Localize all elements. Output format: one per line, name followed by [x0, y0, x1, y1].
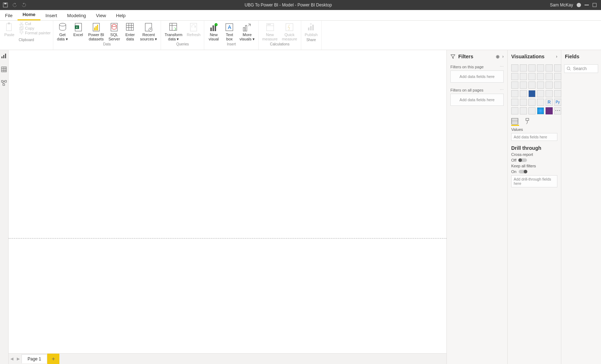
viz-decomposition-icon[interactable]	[520, 107, 527, 114]
svg-rect-38	[243, 28, 245, 31]
viz-stacked-bar-icon[interactable]	[511, 64, 518, 72]
save-icon[interactable]	[3, 3, 8, 8]
svg-rect-58	[3, 84, 5, 85]
viz-stacked-column-icon[interactable]	[520, 64, 527, 72]
viz-area-icon[interactable]	[520, 73, 527, 80]
viz-r-icon[interactable]: R	[546, 99, 553, 106]
viz-custom1-icon[interactable]	[537, 107, 544, 114]
viz-qa-icon[interactable]	[528, 107, 536, 114]
user-name[interactable]: Sam McKay	[550, 3, 573, 8]
menu-home[interactable]: Home	[18, 10, 40, 20]
fields-search[interactable]: Search	[564, 64, 598, 73]
canvas-wrap: ◀ ▶ Page 1 +	[9, 50, 446, 364]
publish-icon	[306, 22, 316, 32]
svg-rect-2	[593, 3, 596, 7]
viz-funnel-icon[interactable]	[520, 82, 527, 89]
fields-well-icon[interactable]	[511, 118, 519, 126]
viz-100-column-icon[interactable]	[554, 64, 561, 72]
viz-slicer-icon[interactable]	[520, 99, 527, 106]
minimize-icon[interactable]	[585, 5, 589, 5]
menu-view[interactable]: View	[91, 11, 111, 20]
viz-multi-card-icon[interactable]	[554, 90, 561, 97]
values-drop[interactable]: Add data fields here	[511, 133, 557, 141]
svg-point-65	[567, 67, 570, 70]
format-icon[interactable]	[524, 118, 532, 126]
canvas-divider	[9, 238, 446, 238]
sql-server-button[interactable]: SQLServer	[107, 21, 121, 42]
viz-py-icon[interactable]: Py	[554, 99, 561, 106]
page-prev-icon[interactable]: ◀	[9, 356, 15, 361]
viz-gauge-icon[interactable]	[537, 90, 544, 97]
get-data-button[interactable]: Getdata ▾	[55, 21, 70, 42]
svg-rect-4	[8, 23, 10, 24]
viz-collapse-icon[interactable]: ›	[556, 54, 557, 59]
more-icon[interactable]: ⋯	[500, 64, 504, 69]
viz-clustered-column-icon[interactable]	[537, 64, 544, 72]
viz-more-icon[interactable]: ⋯	[554, 107, 561, 114]
viz-pie-icon[interactable]	[537, 82, 544, 89]
redo-icon[interactable]	[21, 3, 26, 8]
page-next-icon[interactable]: ▶	[15, 356, 21, 361]
text-box-button[interactable]: A Textbox	[222, 21, 236, 42]
viz-ribbon-icon[interactable]	[554, 73, 561, 80]
user-avatar-icon[interactable]	[577, 3, 581, 7]
svg-rect-9	[20, 31, 23, 33]
viz-treemap-icon[interactable]	[554, 82, 561, 89]
menu-help[interactable]: Help	[111, 11, 131, 20]
report-canvas[interactable]	[9, 50, 446, 353]
add-page-button[interactable]: +	[47, 354, 59, 364]
keep-filters-label: Keep all filters	[508, 163, 561, 169]
filters-on-page-label: Filters on this page	[450, 65, 484, 69]
viz-table-icon[interactable]	[528, 99, 536, 106]
viz-waterfall-icon[interactable]	[511, 82, 518, 89]
more-visuals-button[interactable]: Morevisuals ▾	[238, 21, 256, 42]
ribbon-group-insert: + Newvisual A Textbox Morevisuals ▾ Inse…	[204, 21, 259, 50]
viz-card-icon[interactable]	[546, 90, 553, 97]
svg-rect-3	[6, 24, 11, 31]
transform-data-button[interactable]: Transformdata ▾	[163, 21, 184, 42]
menu-file[interactable]: File	[0, 11, 18, 20]
pbi-datasets-button[interactable]: Power BIdatasets	[87, 21, 106, 42]
enter-data-button[interactable]: Enterdata	[123, 21, 137, 42]
viz-donut-icon[interactable]	[546, 82, 553, 89]
viz-shape-map-icon[interactable]	[528, 90, 536, 97]
filters-on-all-drop[interactable]: Add data fields here	[450, 94, 504, 106]
page-tab-1[interactable]: Page 1	[21, 354, 47, 363]
filter-icon	[450, 54, 455, 59]
menu-modeling[interactable]: Modeling	[62, 11, 91, 20]
undo-icon[interactable]	[12, 3, 17, 8]
ribbon-group-data: Getdata ▾ X Excel Power BIdatasets SQLSe…	[53, 21, 161, 50]
viz-line-clustered-column-icon[interactable]	[546, 73, 553, 80]
recent-sources-button[interactable]: Recentsources ▾	[139, 21, 159, 42]
model-view-icon[interactable]	[1, 80, 8, 87]
report-view-icon[interactable]	[1, 53, 8, 59]
svg-rect-31	[210, 28, 212, 31]
data-view-icon[interactable]	[1, 67, 8, 73]
keep-filters-toggle[interactable]	[519, 170, 527, 173]
viz-scatter-icon[interactable]	[528, 82, 536, 89]
filters-on-page-drop[interactable]: Add data fields here	[450, 70, 504, 83]
drill-fields-drop[interactable]: Add drill-through fields here	[511, 175, 557, 187]
viz-100-bar-icon[interactable]	[546, 64, 553, 72]
keep-filters-state: On	[511, 169, 517, 174]
viz-line-stacked-column-icon[interactable]	[537, 73, 544, 80]
viz-key-influencers-icon[interactable]	[511, 107, 518, 114]
filters-visibility-icon[interactable]: ◉	[496, 54, 499, 59]
viz-kpi-icon[interactable]	[511, 99, 518, 106]
viz-map-icon[interactable]	[511, 90, 518, 97]
viz-powerapps-icon[interactable]	[546, 107, 553, 114]
cross-report-toggle[interactable]	[518, 158, 527, 162]
filters-collapse-icon[interactable]: ›	[502, 54, 504, 59]
more-icon[interactable]: ⋯	[500, 88, 504, 92]
new-visual-button[interactable]: + Newvisual	[206, 21, 221, 42]
viz-clustered-bar-icon[interactable]	[528, 64, 536, 72]
excel-button[interactable]: X Excel	[71, 21, 85, 38]
viz-matrix-icon[interactable]	[537, 99, 544, 106]
viz-line-icon[interactable]	[511, 73, 518, 80]
nav-rail	[0, 50, 9, 364]
viz-stacked-area-icon[interactable]	[528, 73, 536, 80]
menu-insert[interactable]: Insert	[40, 11, 62, 20]
viz-filled-map-icon[interactable]	[520, 90, 527, 97]
maximize-icon[interactable]	[592, 3, 597, 7]
svg-rect-16	[96, 26, 97, 30]
